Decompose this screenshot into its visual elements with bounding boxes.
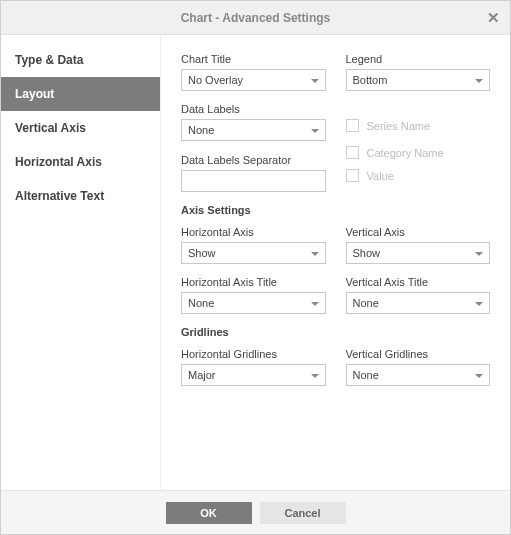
ok-button[interactable]: OK [166,502,252,524]
data-labels-separator-label: Data Labels Separator [181,154,326,166]
vertical-gridlines-select[interactable]: None [346,364,491,386]
vertical-axis-title-label: Vertical Axis Title [346,276,491,288]
dialog-footer: OK Cancel [1,490,510,534]
sidebar-item-layout[interactable]: Layout [1,77,160,111]
dialog-titlebar: Chart - Advanced Settings ✕ [1,1,510,35]
dialog-title: Chart - Advanced Settings [181,11,331,25]
horizontal-axis-title-label: Horizontal Axis Title [181,276,326,288]
ok-button-label: OK [200,507,217,519]
series-name-checkbox[interactable] [346,119,359,132]
value-checkbox-label: Value [367,170,394,182]
sidebar-item-label: Vertical Axis [15,121,86,135]
sidebar-item-label: Layout [15,87,54,101]
horizontal-axis-select[interactable]: Show [181,242,326,264]
legend-value: Bottom [353,74,388,86]
sidebar-item-alternative-text[interactable]: Alternative Text [1,179,160,213]
cancel-button-label: Cancel [284,507,320,519]
horizontal-gridlines-select[interactable]: Major [181,364,326,386]
value-checkbox[interactable] [346,169,359,182]
chart-advanced-settings-dialog: Chart - Advanced Settings ✕ Type & Data … [0,0,511,535]
horizontal-axis-value: Show [188,247,216,259]
sidebar-item-type-and-data[interactable]: Type & Data [1,43,160,77]
chart-title-label: Chart Title [181,53,326,65]
settings-sidebar: Type & Data Layout Vertical Axis Horizon… [1,35,161,490]
axis-settings-heading: Axis Settings [181,204,490,216]
sidebar-item-vertical-axis[interactable]: Vertical Axis [1,111,160,145]
horizontal-gridlines-label: Horizontal Gridlines [181,348,326,360]
category-name-checkbox-label: Category Name [367,147,444,159]
vertical-axis-select[interactable]: Show [346,242,491,264]
series-name-checkbox-label: Series Name [367,120,431,132]
chart-title-select[interactable]: No Overlay [181,69,326,91]
close-icon[interactable]: ✕ [487,10,500,25]
legend-label: Legend [346,53,491,65]
legend-select[interactable]: Bottom [346,69,491,91]
vertical-axis-title-value: None [353,297,379,309]
vertical-axis-label: Vertical Axis [346,226,491,238]
gridlines-heading: Gridlines [181,326,490,338]
data-labels-label: Data Labels [181,103,326,115]
chart-title-value: No Overlay [188,74,243,86]
horizontal-gridlines-value: Major [188,369,216,381]
vertical-gridlines-value: None [353,369,379,381]
sidebar-item-label: Horizontal Axis [15,155,102,169]
vertical-axis-value: Show [353,247,381,259]
sidebar-item-horizontal-axis[interactable]: Horizontal Axis [1,145,160,179]
horizontal-axis-label: Horizontal Axis [181,226,326,238]
dialog-body: Type & Data Layout Vertical Axis Horizon… [1,35,510,490]
vertical-gridlines-label: Vertical Gridlines [346,348,491,360]
sidebar-item-label: Alternative Text [15,189,104,203]
vertical-axis-title-select[interactable]: None [346,292,491,314]
cancel-button[interactable]: Cancel [260,502,346,524]
data-labels-separator-input[interactable] [181,170,326,192]
sidebar-item-label: Type & Data [15,53,83,67]
horizontal-axis-title-select[interactable]: None [181,292,326,314]
layout-panel: Chart Title No Overlay Legend Bottom Dat… [161,35,510,490]
data-labels-value: None [188,124,214,136]
horizontal-axis-title-value: None [188,297,214,309]
category-name-checkbox[interactable] [346,146,359,159]
data-labels-select[interactable]: None [181,119,326,141]
